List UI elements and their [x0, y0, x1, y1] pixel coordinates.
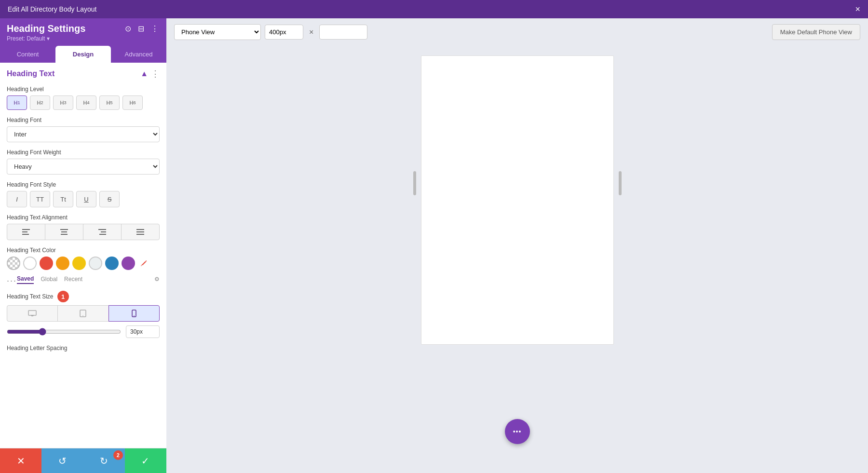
color-tab-global[interactable]: Global	[41, 275, 57, 284]
svg-rect-1	[22, 231, 27, 232]
heading-btn-h5[interactable]: H5	[99, 95, 120, 110]
device-desktop-btn[interactable]	[7, 305, 58, 322]
svg-rect-2	[22, 234, 29, 235]
color-tabs-row: Saved Global Recent ⚙	[17, 274, 160, 284]
canvas-close-btn[interactable]: ×	[307, 26, 315, 39]
device-phone-btn[interactable]	[108, 305, 160, 322]
heading-btn-h4[interactable]: H4	[76, 95, 96, 110]
font-style-capitalize-btn[interactable]: Tt	[53, 191, 73, 207]
sidebar-icon-btn-1[interactable]: ⊙	[124, 23, 132, 34]
sidebar-header-top: Heading Settings Preset: Default ▾ ⊙ ⊟ ⋮	[7, 23, 160, 42]
device-tablet-btn[interactable]	[57, 305, 108, 322]
canvas-content: •••	[166, 46, 868, 473]
align-right-btn[interactable]	[83, 224, 122, 240]
heading-level-label: Heading Level	[7, 86, 160, 93]
heading-btn-h2[interactable]: H2	[30, 95, 50, 110]
heading-text-color-label: Heading Text Color	[7, 247, 160, 254]
canvas-secondary-input[interactable]	[319, 25, 367, 40]
svg-rect-9	[136, 229, 144, 230]
section-actions: ▲ ⋮	[140, 68, 160, 79]
section-title: Heading Text	[7, 69, 54, 78]
color-swatch-white[interactable]	[23, 257, 37, 270]
size-slider[interactable]	[7, 328, 121, 336]
cancel-icon: ✕	[17, 455, 25, 467]
tab-design[interactable]: Design	[55, 46, 111, 63]
tab-advanced[interactable]: Advanced	[111, 46, 166, 63]
heading-font-weight-label: Heading Font Weight	[7, 149, 160, 156]
slider-row	[7, 325, 160, 338]
section-collapse-btn[interactable]: ▲	[140, 69, 148, 78]
font-style-italic-btn[interactable]: I	[7, 191, 27, 207]
redo-button[interactable]: ↻ 2	[83, 448, 125, 473]
svg-rect-13	[31, 316, 33, 316]
canvas-handle-right[interactable]	[619, 171, 622, 195]
top-bar-close-button[interactable]: ×	[855, 4, 860, 14]
svg-rect-7	[101, 231, 106, 232]
size-input-field[interactable]	[126, 325, 160, 338]
save-icon: ✓	[141, 455, 149, 467]
tab-content[interactable]: Content	[0, 46, 55, 63]
sidebar-preset[interactable]: Preset: Default ▾	[7, 35, 85, 42]
color-swatch-purple[interactable]	[122, 257, 135, 270]
heading-font-weight-select[interactable]: Thin Light Regular Medium Semi Bold Bold…	[7, 159, 160, 175]
size-badge: 1	[57, 291, 69, 302]
svg-rect-12	[28, 311, 36, 315]
color-swatch-orange[interactable]	[56, 257, 69, 270]
make-default-button[interactable]: Make Default Phone View	[772, 24, 860, 40]
sidebar-icon-btn-3[interactable]: ⋮	[150, 23, 160, 34]
color-tab-saved[interactable]: Saved	[17, 274, 34, 284]
canvas-handle-left[interactable]	[413, 171, 416, 195]
heading-btn-h3[interactable]: H3	[53, 95, 73, 110]
heading-font-label: Heading Font	[7, 117, 160, 123]
sidebar-title-group: Heading Settings Preset: Default ▾	[7, 23, 85, 42]
heading-letter-spacing-label: Heading Letter Spacing	[7, 345, 160, 351]
font-style-uppercase-btn[interactable]: TT	[30, 191, 50, 207]
canvas-toolbar: Phone View Tablet View Desktop View × Ma…	[166, 18, 868, 46]
color-paint-icon[interactable]	[138, 257, 151, 270]
size-devices-row	[7, 305, 160, 322]
fab-button[interactable]: •••	[505, 419, 530, 444]
section-more-btn[interactable]: ⋮	[151, 68, 160, 79]
color-settings-icon[interactable]: ⚙	[154, 276, 160, 283]
heading-font-style-row: I TT Tt U S	[7, 191, 160, 207]
undo-button[interactable]: ↺	[41, 448, 83, 473]
canvas-frame	[421, 55, 614, 345]
heading-level-row: H1 H2 H3 H4 H5 H6	[7, 95, 160, 110]
font-style-underline-btn[interactable]: U	[76, 191, 96, 207]
top-bar-title: Edit All Directory Body Layout	[8, 5, 96, 13]
cancel-button[interactable]: ✕	[0, 448, 41, 473]
px-input[interactable]	[265, 25, 303, 40]
heading-btn-h1[interactable]: H1	[7, 95, 27, 110]
svg-rect-11	[136, 234, 144, 235]
undo-icon: ↺	[58, 455, 67, 467]
align-justify-btn[interactable]	[121, 224, 160, 240]
view-select[interactable]: Phone View Tablet View Desktop View	[174, 24, 261, 40]
redo-badge: 2	[113, 450, 123, 460]
sidebar-heading-title: Heading Settings	[7, 23, 85, 34]
color-ellipsis[interactable]: ...	[7, 274, 17, 284]
color-swatch-blue[interactable]	[105, 257, 119, 270]
canvas-frame-wrapper	[421, 55, 614, 345]
save-button[interactable]: ✓	[125, 448, 166, 473]
heading-btn-h6[interactable]: H6	[122, 95, 143, 110]
color-swatch-yellow[interactable]	[72, 257, 86, 270]
svg-rect-3	[60, 229, 68, 230]
svg-rect-4	[61, 231, 67, 232]
color-swatch-red[interactable]	[40, 257, 53, 270]
bottom-toolbar: ✕ ↺ ↻ 2 ✓	[0, 448, 166, 473]
align-center-btn[interactable]	[45, 224, 83, 240]
color-swatch-lightgray[interactable]	[89, 257, 102, 270]
heading-text-alignment-row	[7, 224, 160, 240]
heading-font-select[interactable]: Inter Roboto Open Sans Lato	[7, 126, 160, 142]
preset-arrow-icon: ▾	[47, 35, 50, 42]
color-swatch-transparent[interactable]	[7, 257, 20, 270]
color-picker-area: ... Saved Global Recent ⚙	[7, 257, 160, 284]
sidebar-header: Heading Settings Preset: Default ▾ ⊙ ⊟ ⋮	[0, 18, 166, 46]
font-style-strikethrough-btn[interactable]: S	[99, 191, 120, 207]
color-tab-recent[interactable]: Recent	[64, 275, 82, 284]
sidebar-header-actions: ⊙ ⊟ ⋮	[124, 23, 160, 34]
sidebar-icon-btn-2[interactable]: ⊟	[137, 23, 145, 34]
canvas-area: Phone View Tablet View Desktop View × Ma…	[166, 18, 868, 473]
align-left-btn[interactable]	[7, 224, 45, 240]
heading-font-style-label: Heading Font Style	[7, 181, 160, 188]
